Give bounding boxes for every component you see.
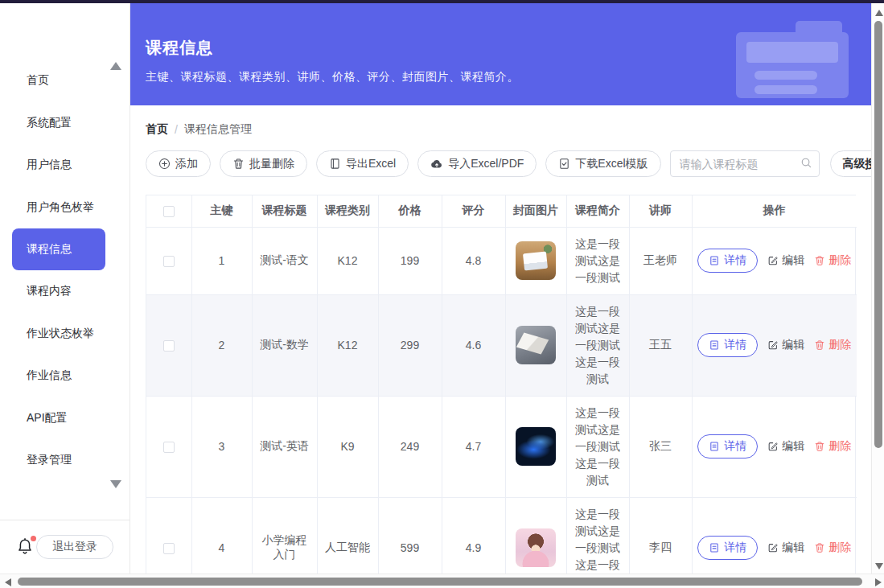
select-all-checkbox[interactable] [163,206,175,217]
col-header-rating: 评分 [442,195,505,227]
row-checkbox[interactable] [163,543,175,554]
advanced-search-button[interactable]: 高级搜索 [830,150,871,177]
edit-pencil-icon [767,339,779,351]
export-excel-button-label: 导出Excel [346,157,396,171]
col-header-intro: 课程简介 [566,195,629,227]
cell-rating: 4.6 [442,294,505,396]
detail-button[interactable]: 详情 [697,434,758,458]
detail-doc-icon [709,339,720,351]
cell-price: 299 [378,294,442,396]
delete-button-label: 删除 [828,338,851,352]
edit-button[interactable]: 编辑 [767,338,804,352]
sidebar-item-home[interactable]: 首页 [0,60,130,102]
sidebar-item-system-config[interactable]: 系统配置 [0,102,130,145]
table-row: 3 测试-英语 K9 249 4.7 这是一段测试这是一段测试这是一段测试 张三 [146,396,857,497]
download-template-button[interactable]: 下载Excel模版 [545,150,660,177]
detail-button[interactable]: 详情 [697,536,758,560]
import-excel-pdf-button[interactable]: 导入Excel/PDF [417,150,537,177]
cell-category: 人工智能 [317,497,378,574]
sidebar-item-user-info[interactable]: 用户信息 [0,144,130,187]
cell-teacher: 李四 [629,497,692,574]
cover-image [516,241,556,280]
table-row: 2 测试-数学 K12 299 4.6 这是一段测试这是一段测试这是一段测试 王… [146,294,857,396]
add-button-label: 添加 [175,157,198,171]
add-button[interactable]: 添加 [146,150,211,177]
detail-button[interactable]: 详情 [697,249,758,273]
edit-button[interactable]: 编辑 [767,253,804,268]
col-header-cover: 封面图片 [505,195,566,227]
scroll-up-arrow-icon[interactable] [875,10,883,16]
import-excel-pdf-button-label: 导入Excel/PDF [448,157,524,171]
edit-button[interactable]: 编辑 [767,439,804,454]
export-excel-button[interactable]: 导出Excel [316,150,409,177]
scroll-down-arrow-icon[interactable] [875,563,883,569]
edit-pencil-icon [767,255,779,266]
export-file-icon [329,158,341,170]
batch-delete-button-label: 批量删除 [249,157,294,171]
cell-rating: 4.7 [442,396,505,497]
edit-pencil-icon [767,441,779,452]
detail-button[interactable]: 详情 [697,333,758,357]
sidebar-item-label: 课程信息 [27,242,72,257]
cell-id: 4 [191,497,252,574]
breadcrumb: 首页 / 课程信息管理 [146,122,856,137]
col-header-category: 课程类别 [317,195,378,227]
trash-icon [232,158,245,170]
sidebar: 首页 系统配置 用户信息 用户角色枚举 课程信息 课程内容 作业状态枚举 作业信… [0,3,130,574]
sidebar-nav: 首页 系统配置 用户信息 用户角色枚举 课程信息 课程内容 作业状态枚举 作业信… [0,60,130,482]
sidebar-item-login-management[interactable]: 登录管理 [0,439,130,482]
logout-button[interactable]: 退出登录 [36,535,113,559]
page-hero-banner: 课程信息 主键、课程标题、课程类别、讲师、价格、评分、封面图片、课程简介。 [130,3,871,105]
delete-trash-icon [814,441,825,452]
scroll-right-arrow-icon[interactable] [875,578,882,586]
table-toolbar: 添加 批量删除 导出Excel 导入Excel/PDF [146,150,856,177]
vertical-scrollbar[interactable] [871,3,884,574]
delete-button[interactable]: 删除 [814,541,851,555]
horizontal-scrollbar-thumb[interactable] [18,578,862,586]
sidebar-item-course-info[interactable]: 课程信息 [12,228,105,270]
cell-teacher: 张三 [629,396,692,497]
cell-price: 249 [378,396,442,497]
sidebar-item-homework-info[interactable]: 作业信息 [0,355,130,397]
detail-button-label: 详情 [724,541,746,555]
search-icon[interactable] [800,157,812,172]
cell-title: 测试-数学 [252,294,317,396]
plus-circle-icon [158,158,171,170]
table-row: 4 小学编程入门 人工智能 599 4.9 这是一段测试这是一段测试这是一段测试… [146,497,857,574]
vertical-scrollbar-thumb[interactable] [874,21,882,448]
delete-button[interactable]: 删除 [814,338,851,352]
delete-button[interactable]: 删除 [814,253,851,268]
breadcrumb-separator: / [175,123,178,136]
delete-trash-icon [814,255,825,266]
cell-id: 3 [191,396,252,497]
sidebar-item-course-content[interactable]: 课程内容 [0,270,130,313]
search-input[interactable] [670,150,820,177]
sidebar-item-homework-status-enum[interactable]: 作业状态枚举 [0,313,130,356]
detail-button-label: 详情 [724,338,746,352]
batch-delete-button[interactable]: 批量删除 [220,150,307,177]
cell-id: 1 [191,227,252,294]
notification-bell-icon[interactable] [16,537,34,557]
scroll-left-arrow-icon[interactable] [5,578,11,586]
delete-trash-icon [814,339,825,351]
cover-image [516,326,556,364]
breadcrumb-home-link[interactable]: 首页 [146,122,168,137]
sidebar-item-user-role-enum[interactable]: 用户角色枚举 [0,187,130,229]
cell-category: K12 [317,227,378,294]
horizontal-scrollbar[interactable] [0,574,884,588]
delete-button-label: 删除 [828,439,851,454]
sidebar-scroll-down-icon[interactable] [110,480,121,488]
cell-intro: 这是一段测试这是一段测试这是一段测试 [566,396,629,497]
row-checkbox[interactable] [163,256,175,267]
delete-button[interactable]: 删除 [814,439,851,454]
sidebar-item-label: 作业状态枚举 [27,327,94,341]
detail-button-label: 详情 [724,253,746,268]
table-header-row: 主键 课程标题 课程类别 价格 评分 封面图片 课程简介 讲师 操作 [146,195,857,227]
row-checkbox[interactable] [163,340,175,352]
main-content: 课程信息 主键、课程标题、课程类别、讲师、价格、评分、封面图片、课程简介。 首页… [130,3,871,574]
cell-rating: 4.8 [442,227,505,294]
cell-intro: 这是一段测试这是一段测试这是一段测试 [566,497,629,574]
edit-button[interactable]: 编辑 [767,541,804,555]
sidebar-item-api-config[interactable]: API配置 [0,397,130,440]
row-checkbox[interactable] [163,442,175,453]
